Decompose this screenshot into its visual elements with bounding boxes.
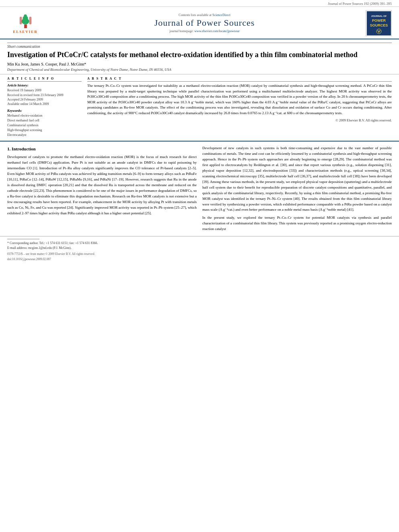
footnote-section: * Corresponding author. Tel.: +1 574 631… <box>0 236 399 264</box>
article-section: Short communication Investigation of PtC… <box>0 39 399 72</box>
keywords-list: Methanol electro-oxidationDirect methano… <box>7 113 82 138</box>
citation-text: Journal of Power Sources 192 (2009) 391–… <box>328 2 392 6</box>
keyword-item: Direct methanol fuel cell <box>7 118 82 123</box>
abstract-col: A B S T R A C T The ternary Pt–Co–Cr sys… <box>87 77 392 138</box>
keyword-item: High-throughput screening <box>7 128 82 133</box>
article-history-list: Received 19 January 2009Received in revi… <box>7 88 82 106</box>
elsevier-wordmark: ELSEVIER <box>13 30 38 34</box>
article-type-label: Short communication <box>7 43 392 49</box>
article-info-heading: A R T I C L E I N F O <box>7 77 82 82</box>
abstract-heading: A B S T R A C T <box>87 77 392 82</box>
intro-para-1: Development of catalysts to promote the … <box>7 154 197 216</box>
citation-bar: Journal of Power Sources 192 (2009) 391–… <box>0 0 399 7</box>
keywords-title: Keywords: <box>7 109 82 113</box>
svg-text:JOURNAL OF: JOURNAL OF <box>371 15 387 17</box>
intro-para-2: Development of new catalysts in such sys… <box>202 146 392 213</box>
affiliation: Department of Chemical and Biomolecular … <box>7 68 392 72</box>
svg-rect-5 <box>29 16 31 24</box>
abstract-text: The ternary Pt–Co–Cr system was investig… <box>87 83 392 116</box>
svg-point-3 <box>24 14 27 17</box>
journal-homepage-line: journal homepage: www.elsevier.com/locat… <box>47 29 362 33</box>
intro-section-title: 1. Introduction <box>7 146 197 152</box>
journal-logo: JOURNAL OF POWER SOURCES <box>366 10 392 36</box>
email-footnote: E-mail address: mcginn.1@nd.edu (P.J. Mc… <box>7 246 392 251</box>
history-item: Received in revised form 23 February 200… <box>7 93 82 97</box>
corresponding-author-footnote: * Corresponding author. Tel.: +1 574 631… <box>7 241 392 246</box>
body-left-col: 1. Introduction Development of catalysts… <box>7 146 197 234</box>
page: Journal of Power Sources 192 (2009) 391–… <box>0 0 399 532</box>
article-info-col: A R T I C L E I N F O Article history: R… <box>7 77 82 138</box>
elsevier-logo: ELSEVIER <box>7 13 43 34</box>
elsevier-tree-icon <box>14 13 37 29</box>
journal-title-block: Contents lists available at ScienceDirec… <box>47 13 362 33</box>
history-item: Available online 14 March 2009 <box>7 102 82 106</box>
journal-title: Journal of Power Sources <box>47 18 362 28</box>
journal-header: ELSEVIER Contents lists available at Sci… <box>0 7 399 39</box>
history-item: Accepted 24 February 2009 <box>7 97 82 102</box>
keyword-item: Methanol electro-oxidation <box>7 113 82 118</box>
scidirect-link[interactable]: ScienceDirect <box>212 13 230 17</box>
footnote-divider <box>7 239 39 239</box>
keyword-item: Electrocatalyst <box>7 133 82 138</box>
journal-homepage-link[interactable]: www.elsevier.com/locate/jpowsour <box>194 29 239 33</box>
article-title: Investigation of PtCoCr/C catalysts for … <box>7 50 392 60</box>
keyword-item: Combinatorial synthesis <box>7 123 82 128</box>
doi-line: doi:10.1016/j.jpowsour.2009.02.087 <box>7 257 392 261</box>
article-info-abstract-section: A R T I C L E I N F O Article history: R… <box>0 74 399 138</box>
history-item: Received 19 January 2009 <box>7 88 82 92</box>
body-section: 1. Introduction Development of catalysts… <box>0 141 399 234</box>
intro-para-3: In the present study, we explored the te… <box>202 215 392 232</box>
body-right-col: Development of new catalysts in such sys… <box>202 146 392 234</box>
authors: Min Ku Jeon, James S. Cooper, Paul J. Mc… <box>7 62 392 66</box>
issn-line: 0378-7753/$ – see front matter © 2009 El… <box>7 252 392 256</box>
scidirect-line: Contents lists available at ScienceDirec… <box>47 13 362 17</box>
article-history-title: Article history: <box>7 83 82 87</box>
svg-text:SOURCES: SOURCES <box>370 23 388 27</box>
svg-text:POWER: POWER <box>372 18 386 23</box>
svg-rect-0 <box>24 24 27 28</box>
svg-rect-4 <box>19 16 22 24</box>
copyright-line: © 2009 Elsevier B.V. All rights reserved… <box>87 118 392 122</box>
